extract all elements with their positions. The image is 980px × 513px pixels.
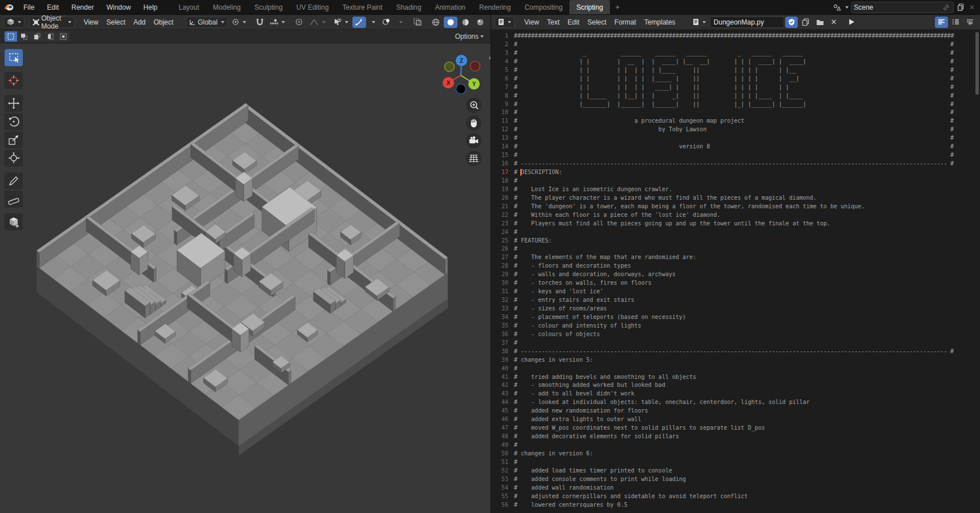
camera-nav-button[interactable] <box>466 133 481 148</box>
shading-solid-button[interactable] <box>444 17 457 28</box>
text-editor: ViewTextEditSelectFormatTemplates Dungeo… <box>491 15 980 513</box>
zoom-nav-button[interactable] <box>466 98 481 113</box>
workspace-tab-shading[interactable]: Shading <box>389 0 428 14</box>
workspace-tab-compositing[interactable]: Compositing <box>517 0 569 14</box>
syntax-highlight-toggle[interactable] <box>935 17 948 28</box>
proportional-falloff-dropdown[interactable] <box>307 17 328 28</box>
line-number: 3 <box>491 49 508 58</box>
line-number: 33 <box>491 305 508 313</box>
tool-settings-bar: Options <box>0 30 491 43</box>
gizmo-z-minus[interactable] <box>456 84 466 94</box>
grid-nav-button[interactable] <box>466 151 481 166</box>
cursor-tool-button[interactable] <box>5 72 23 89</box>
select-mode-intersect-button[interactable] <box>57 31 70 42</box>
overlays-dropdown[interactable] <box>395 17 405 28</box>
line-numbers-toggle[interactable] <box>949 17 962 28</box>
transform-tool-button[interactable] <box>5 150 23 167</box>
menu-edit[interactable]: Edit <box>41 0 65 14</box>
new-scene-icon[interactable] <box>956 3 965 12</box>
viewport-menu-select[interactable]: Select <box>102 17 129 28</box>
texteditor-menu-templates[interactable]: Templates <box>640 17 680 28</box>
snap-toggle-button[interactable] <box>254 17 266 28</box>
xray-toggle-button[interactable] <box>411 17 424 28</box>
shading-rendered-button[interactable] <box>473 17 487 28</box>
scale-tool-button[interactable] <box>5 131 23 148</box>
select-mode-subtract-button[interactable] <box>31 31 43 42</box>
unlink-text-button[interactable]: ✕ <box>828 17 840 28</box>
selectability-dropdown[interactable] <box>331 17 351 28</box>
measure-tool-button[interactable] <box>5 191 23 208</box>
menu-window[interactable]: Window <box>100 0 137 14</box>
transform-orientation-dropdown[interactable]: Global <box>186 17 228 28</box>
text-saved-check-button[interactable] <box>785 17 798 28</box>
select-box-tool-button[interactable] <box>5 49 23 66</box>
texteditor-menu-edit[interactable]: Edit <box>564 17 584 28</box>
editor-scrollbar[interactable] <box>975 32 979 95</box>
gizmo-toggle-button[interactable] <box>352 17 366 28</box>
unlink-scene-icon[interactable]: ✕ <box>967 3 977 12</box>
open-text-button[interactable] <box>813 17 827 28</box>
texteditor-menu-text[interactable]: Text <box>543 17 564 28</box>
text-datablock-dropdown[interactable] <box>690 17 709 28</box>
workspace-tab-modeling[interactable]: Modeling <box>206 0 248 14</box>
select-mode-invert-button[interactable] <box>44 31 57 42</box>
rotate-tool-button[interactable] <box>5 113 23 130</box>
workspace-tab-rendering[interactable]: Rendering <box>472 0 517 14</box>
viewport-nav-buttons <box>466 98 481 166</box>
scene-chevron-icon[interactable] <box>845 6 849 9</box>
viewport-canvas[interactable]: Z X Y ‹ <box>0 43 491 513</box>
menu-file[interactable]: File <box>17 0 41 14</box>
select-mode-extend-button[interactable] <box>18 31 30 42</box>
add-workspace-button[interactable]: + <box>610 0 625 14</box>
pin-icon[interactable] <box>942 3 951 12</box>
add-cube-tool-button[interactable] <box>5 213 23 231</box>
shading-material-button[interactable] <box>459 17 472 28</box>
texteditor-menu-select[interactable]: Select <box>584 17 611 28</box>
run-script-button[interactable] <box>845 17 858 28</box>
pan-nav-button[interactable] <box>466 115 481 131</box>
scene-name-field[interactable]: Scene <box>851 2 954 13</box>
gizmo-dropdown[interactable] <box>367 17 378 28</box>
shading-wireframe-button[interactable] <box>429 17 443 28</box>
mode-dropdown[interactable]: Object Mode <box>29 17 75 28</box>
line-text: # by Toby Lawson# <box>514 126 954 134</box>
move-tool-button[interactable] <box>5 95 23 112</box>
word-wrap-toggle[interactable] <box>963 17 977 28</box>
code-area[interactable]: 1#######################################… <box>491 30 980 513</box>
annotate-tool-button[interactable] <box>5 172 23 189</box>
viewport-menu-add[interactable]: Add <box>130 17 150 28</box>
workspace-tab-texture-paint[interactable]: Texture Paint <box>336 0 389 14</box>
proportional-editing-button[interactable] <box>292 17 306 28</box>
snap-target-dropdown[interactable] <box>267 17 288 28</box>
workspace-tab-sculpting[interactable]: Sculpting <box>248 0 290 14</box>
workspace-tab-layout[interactable]: Layout <box>172 0 206 14</box>
editor-type-text-button[interactable] <box>495 17 515 28</box>
workspace-tab-scripting[interactable]: Scripting <box>569 0 610 14</box>
text-name-field[interactable]: DungeonMap.py <box>710 17 784 28</box>
overlays-toggle-button[interactable] <box>379 17 393 28</box>
blender-logo-icon[interactable] <box>0 0 17 14</box>
region-collapse-arrow[interactable]: ‹ <box>489 54 491 62</box>
texteditor-menu-format[interactable]: Format <box>611 17 640 28</box>
options-dropdown[interactable]: Options <box>455 33 486 41</box>
select-mode-set-button[interactable] <box>5 31 17 42</box>
viewport-menu-object[interactable]: Object <box>150 17 178 28</box>
navigation-gizmo[interactable]: Z X Y <box>439 51 483 96</box>
texteditor-menu-view[interactable]: View <box>520 17 543 28</box>
line-text: # - sizes of rooms/areas <box>514 305 954 313</box>
viewport-menu-view[interactable]: View <box>79 17 102 28</box>
menu-render[interactable]: Render <box>65 0 100 14</box>
pivot-point-dropdown[interactable] <box>229 17 249 28</box>
filename: DungeonMap.py <box>714 18 764 26</box>
line-text: # Within each floor is a piece of the 'l… <box>514 211 954 220</box>
gizmo-x-minus[interactable] <box>471 62 480 71</box>
new-text-button[interactable] <box>799 17 812 28</box>
menu-help[interactable]: Help <box>137 0 164 14</box>
workspace-tab-animation[interactable]: Animation <box>428 0 472 14</box>
editor-type-3dview-button[interactable] <box>3 17 25 28</box>
select-mode-group <box>5 31 70 42</box>
gizmo-y-minus[interactable] <box>445 62 455 72</box>
workspace-tab-uv-editing[interactable]: UV Editing <box>290 0 336 14</box>
dungeon-3d-render[interactable] <box>0 43 491 513</box>
scene-icon[interactable] <box>832 3 841 12</box>
